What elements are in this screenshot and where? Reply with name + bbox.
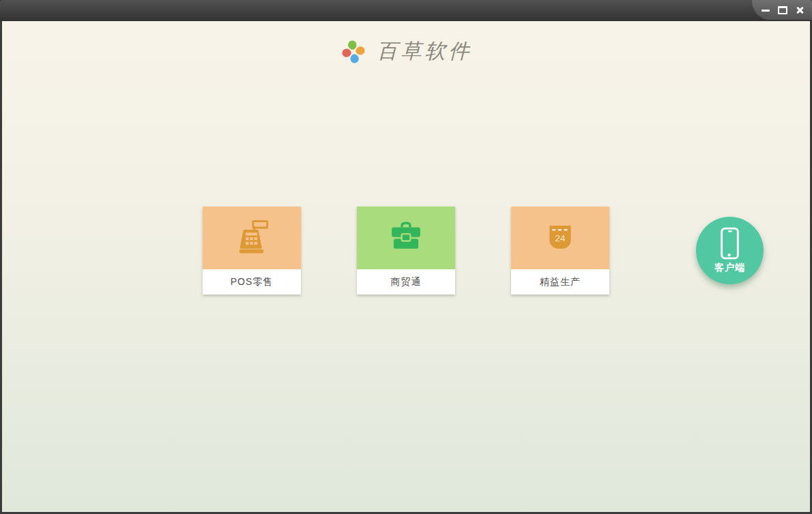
product-tile: 24 (511, 207, 609, 269)
product-card-label: 商贸通 (357, 269, 455, 294)
close-icon (796, 6, 804, 14)
window-controls (752, 0, 812, 20)
maximize-icon (778, 6, 787, 14)
calendar-day-text: 24 (555, 233, 566, 243)
smartphone-icon (721, 227, 739, 260)
briefcase-icon (386, 218, 426, 258)
product-card-trade[interactable]: 商贸通 (357, 207, 455, 294)
product-tile (357, 207, 455, 269)
app-logo: 百草软件 (2, 37, 810, 65)
product-card-lean-production[interactable]: 24 精益生产 (511, 207, 609, 294)
product-card-label: POS零售 (203, 269, 301, 294)
product-tile (203, 207, 301, 269)
app-window: 百草软件 POS零售 (0, 0, 812, 514)
close-button[interactable] (792, 3, 807, 17)
main-content: 百草软件 POS零售 (2, 21, 810, 512)
maximize-button[interactable] (775, 3, 790, 17)
calendar-icon: 24 (543, 221, 577, 255)
product-card-pos-retail[interactable]: POS零售 (203, 207, 301, 294)
app-title: 百草软件 (377, 37, 473, 65)
client-app-button[interactable]: 客户端 (696, 217, 764, 284)
title-bar[interactable] (0, 0, 812, 21)
pinwheel-icon (340, 38, 367, 65)
minimize-icon (762, 10, 770, 12)
minimize-button[interactable] (758, 3, 773, 17)
cash-register-icon (232, 218, 272, 258)
client-button-label: 客户端 (714, 262, 745, 274)
product-card-label: 精益生产 (511, 269, 609, 294)
